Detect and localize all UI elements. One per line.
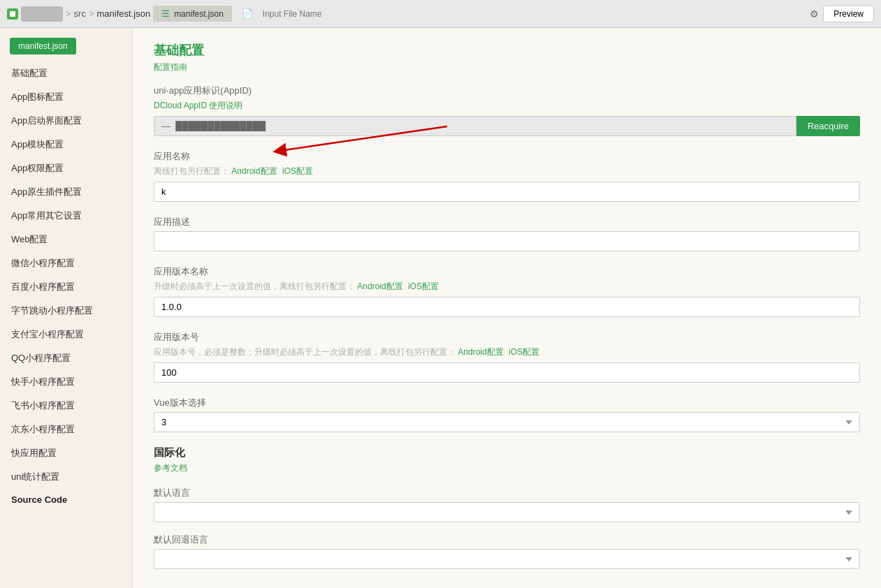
sidebar-item-alipay-mp[interactable]: 支付宝小程序配置 [0, 323, 132, 346]
ios-config-link-name[interactable]: iOS配置 [282, 166, 313, 176]
appid-link[interactable]: DCloud AppID 使用说明 [154, 101, 242, 110]
sidebar-item-app-splash[interactable]: App启动界面配置 [0, 109, 132, 133]
file-tab[interactable]: ☰ manifest.json [153, 6, 232, 22]
sidebar-item-web[interactable]: Web配置 [0, 228, 132, 251]
sidebar-item-wechat-mp[interactable]: 微信小程序配置 [0, 251, 132, 275]
default-lang-select[interactable] [154, 502, 860, 522]
appid-sublabel: DCloud AppID 使用说明 [154, 100, 860, 112]
manifest-tab[interactable]: manifest.json [10, 38, 76, 54]
i18n-doc-link[interactable]: 参考文档 [154, 462, 187, 474]
app-desc-input[interactable] [154, 231, 860, 251]
app-version-code-input[interactable] [154, 362, 860, 383]
app-desc-field-group: 应用描述 [154, 216, 860, 251]
sidebar-item-quick-app[interactable]: 快应用配置 [0, 441, 132, 465]
i18n-field-group: 国际化 参考文档 默认语言 默认回退语言 [154, 446, 860, 569]
sep2: > [89, 8, 94, 19]
sidebar-item-jd-mp[interactable]: 京东小程序配置 [0, 418, 132, 441]
filter-icon[interactable]: ⚙ [810, 8, 819, 20]
file-tab-label: manifest.json [174, 9, 224, 19]
content-area: 基础配置 配置指南 uni-app应用标识(AppID) DCloud AppI… [133, 28, 881, 588]
vue-version-select[interactable]: 3 2 [154, 412, 860, 432]
main-layout: manifest.json 基础配置 App图标配置 App启动界面配置 App… [0, 28, 881, 588]
appid-row: Reacquire [154, 116, 860, 136]
fallback-lang-select[interactable] [154, 549, 860, 569]
sidebar-item-source-code[interactable]: Source Code [0, 489, 132, 510]
fallback-lang-label: 默认回退语言 [154, 534, 860, 546]
sidebar-item-qq-mp[interactable]: QQ小程序配置 [0, 346, 132, 370]
ios-config-link-version[interactable]: iOS配置 [408, 281, 439, 291]
app-icon [7, 8, 18, 20]
app-desc-label: 应用描述 [154, 216, 860, 228]
app-version-code-label: 应用版本号 [154, 331, 860, 344]
sidebar-item-app-module[interactable]: App模块配置 [0, 133, 132, 156]
breadcrumb-src: src [74, 8, 86, 19]
reacquire-button[interactable]: Reacquire [796, 116, 860, 136]
android-config-link-name[interactable]: Android配置 [231, 166, 277, 176]
section-title: 基础配置 [154, 42, 860, 59]
sidebar-item-app-other[interactable]: App常用其它设置 [0, 204, 132, 228]
sidebar-item-basic[interactable]: 基础配置 [0, 61, 132, 85]
svg-rect-0 [10, 11, 15, 17]
android-config-link-code[interactable]: Android配置 [458, 347, 503, 357]
sidebar-item-app-icon[interactable]: App图标配置 [0, 85, 132, 109]
sidebar-item-baidu-mp[interactable]: 百度小程序配置 [0, 275, 132, 299]
sidebar-item-kuaishou-mp[interactable]: 快手小程序配置 [0, 370, 132, 394]
config-guide-link[interactable]: 配置指南 [154, 61, 187, 73]
file-input-area: 📄 [242, 7, 355, 21]
sidebar-item-toutiao-mp[interactable]: 字节跳动小程序配置 [0, 299, 132, 323]
app-name-field-group: 应用名称 离线打包另行配置： Android配置 iOS配置 [154, 150, 860, 202]
sidebar-item-feishu-mp[interactable]: 飞书小程序配置 [0, 394, 132, 418]
project-name-badge [21, 6, 63, 22]
android-config-link-version[interactable]: Android配置 [357, 281, 402, 291]
app-version-code-sublabel: 应用版本号，必须是整数；升级时必须高于上一次设置的值，离线打包另行配置： And… [154, 346, 860, 358]
vue-version-field-group: Vue版本选择 3 2 [154, 397, 860, 432]
app-version-name-label: 应用版本名称 [154, 265, 860, 278]
top-bar-left: > src > manifest.json ☰ manifest.json 📄 [7, 6, 806, 22]
top-bar: > src > manifest.json ☰ manifest.json 📄 … [0, 0, 881, 28]
app-version-name-input[interactable] [154, 297, 860, 317]
sidebar: manifest.json 基础配置 App图标配置 App启动界面配置 App… [0, 28, 133, 588]
file-name-input[interactable] [257, 7, 355, 21]
sep1: > [66, 8, 71, 19]
ios-config-link-code[interactable]: iOS配置 [509, 347, 539, 357]
sidebar-item-app-permission[interactable]: App权限配置 [0, 156, 132, 180]
app-name-label: 应用名称 [154, 150, 860, 163]
breadcrumb-manifest: manifest.json [97, 8, 151, 19]
app-version-name-field-group: 应用版本名称 升级时必须高于上一次设置的值，离线打包另行配置： Android配… [154, 265, 860, 317]
appid-label: uni-app应用标识(AppID) [154, 84, 860, 97]
app-name-sublabel: 离线打包另行配置： Android配置 iOS配置 [154, 166, 860, 177]
app-name-input[interactable] [154, 182, 860, 202]
sidebar-item-app-native-plugin[interactable]: App原生插件配置 [0, 180, 132, 204]
preview-button[interactable]: Preview [823, 6, 874, 22]
app-version-name-sublabel: 升级时必须高于上一次设置的值，离线打包另行配置： Android配置 iOS配置 [154, 281, 860, 293]
i18n-title: 国际化 [154, 446, 860, 460]
sidebar-item-uni-stat[interactable]: uni统计配置 [0, 465, 132, 489]
app-version-code-field-group: 应用版本号 应用版本号，必须是整数；升级时必须高于上一次设置的值，离线打包另行配… [154, 331, 860, 383]
appid-input[interactable] [154, 116, 796, 136]
default-lang-label: 默认语言 [154, 487, 860, 499]
vue-version-label: Vue版本选择 [154, 397, 860, 409]
appid-field-group: uni-app应用标识(AppID) DCloud AppID 使用说明 Rea… [154, 84, 860, 136]
